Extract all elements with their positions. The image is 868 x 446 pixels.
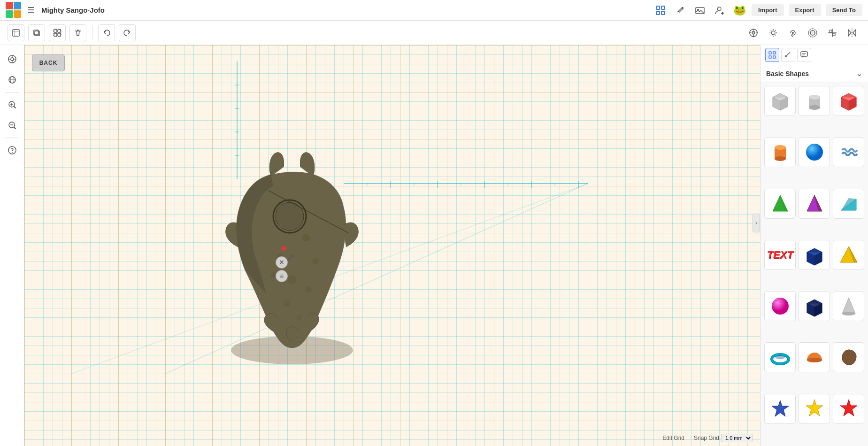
pink-sphere-icon	[769, 295, 791, 317]
shape-yellow-pyramid[interactable]	[833, 240, 864, 270]
light-view-btn[interactable]	[765, 24, 782, 41]
shape-teal-wedge[interactable]	[833, 189, 864, 219]
back-button[interactable]: BACK	[32, 54, 65, 71]
tools-icon-btn[interactable]	[673, 3, 688, 18]
canvas-area[interactable]: BACK	[24, 45, 760, 446]
text-red-label: TEXT	[767, 249, 793, 261]
edit-grid-status[interactable]: Edit Grid	[662, 435, 684, 441]
svg-point-76	[809, 105, 820, 110]
undo-icon	[102, 29, 111, 37]
gallery-icon-btn[interactable]	[692, 3, 707, 18]
panel-icons-group	[765, 48, 811, 62]
svg-rect-18	[752, 31, 755, 34]
context-menu: × ≡	[276, 256, 288, 282]
gallery-icon	[695, 6, 705, 15]
delete-button[interactable]	[69, 24, 86, 41]
zoom-in-icon	[8, 100, 17, 109]
shape-grey-cylinder[interactable]	[799, 86, 830, 116]
user-add-icon	[714, 5, 725, 15]
home-button[interactable]	[4, 51, 21, 68]
panel-measure-btn[interactable]	[781, 48, 795, 62]
svg-point-106	[776, 355, 785, 359]
teal-wedge-icon	[837, 192, 860, 215]
svg-rect-12	[58, 30, 61, 32]
shape-red-box[interactable]	[833, 86, 864, 116]
right-panel: Basic Shapes ⌄	[760, 45, 868, 446]
logo-cell-yellow	[14, 10, 21, 18]
align-icon	[827, 28, 837, 38]
svg-rect-14	[58, 33, 61, 36]
new-button[interactable]	[8, 24, 24, 41]
camera-view-btn[interactable]	[804, 24, 821, 41]
panel-dropdown-button[interactable]: ⌄	[856, 69, 862, 78]
undo-button[interactable]	[98, 24, 115, 41]
help-icon	[8, 146, 17, 155]
shape-grey-cone[interactable]	[833, 291, 864, 321]
shape-torus[interactable]	[764, 342, 796, 372]
3d-model[interactable]	[198, 130, 395, 364]
shape-text-red[interactable]: TEXT	[764, 240, 796, 270]
target-view-btn[interactable]	[745, 24, 762, 41]
svg-point-62	[305, 286, 312, 292]
redo-button[interactable]	[119, 24, 136, 41]
context-menu-button[interactable]: ≡	[276, 270, 288, 282]
torus-icon	[769, 346, 791, 369]
camera-icon	[807, 28, 818, 38]
svg-point-97	[772, 298, 789, 315]
right-panel-top	[760, 45, 868, 65]
bottom-status: Edit Grid Snap Grid 1.0 mm 0.5 mm 2.0 mm	[662, 434, 753, 442]
home-icon	[8, 54, 17, 64]
frog-icon-btn[interactable]: 🐸	[732, 3, 747, 18]
svg-marker-110	[840, 400, 857, 416]
help-button[interactable]	[4, 142, 21, 159]
svg-marker-25	[848, 30, 851, 36]
shape-red-star[interactable]	[833, 394, 864, 424]
app-title: Mighty Sango-Jofo	[41, 6, 105, 14]
navy-box-icon	[803, 295, 826, 317]
svg-point-103	[842, 312, 855, 315]
shape-blue-sphere[interactable]	[799, 137, 830, 167]
svg-point-107	[807, 358, 822, 362]
svg-rect-11	[54, 30, 57, 32]
shape-coil[interactable]	[833, 137, 864, 167]
shape-grey-box[interactable]	[764, 86, 796, 116]
grid-view-icon-btn[interactable]	[653, 3, 668, 18]
shape-yellow-star[interactable]	[799, 394, 830, 424]
orbit-button[interactable]	[4, 71, 21, 88]
green-pyramid-icon	[769, 192, 791, 215]
svg-rect-2	[656, 11, 660, 15]
svg-rect-15	[54, 29, 61, 37]
shape-blob[interactable]	[833, 342, 864, 372]
panel-collapse-button[interactable]: ›	[753, 214, 760, 232]
shape-navy-box[interactable]	[799, 291, 830, 321]
rotate-view-btn[interactable]	[784, 24, 801, 41]
import-button[interactable]: Import	[752, 4, 784, 16]
group-button[interactable]	[49, 24, 66, 41]
hamburger-icon[interactable]: ☰	[27, 5, 35, 15]
shape-green-pyramid[interactable]	[764, 189, 796, 219]
zoom-in-button[interactable]	[4, 96, 21, 113]
sendto-button[interactable]: Send To	[826, 4, 862, 16]
mirror-view-btn[interactable]	[844, 24, 860, 41]
user-add-icon-btn[interactable]	[712, 3, 727, 18]
shape-pink-sphere[interactable]	[764, 291, 796, 321]
shape-purple-pyramid[interactable]	[799, 189, 830, 219]
shape-blue-box[interactable]	[799, 240, 830, 270]
shape-half-sphere[interactable]	[799, 342, 830, 372]
half-sphere-icon	[803, 346, 826, 369]
align-view-btn[interactable]	[824, 24, 841, 41]
export-button[interactable]: Export	[789, 4, 821, 16]
snap-grid-status[interactable]: Snap Grid 1.0 mm 0.5 mm 2.0 mm	[694, 434, 753, 442]
panel-grid-btn[interactable]	[765, 48, 779, 62]
copy-button[interactable]	[28, 24, 45, 41]
redo-icon	[123, 29, 131, 37]
snap-grid-select[interactable]: 1.0 mm 0.5 mm 2.0 mm	[721, 434, 753, 442]
shape-blue-star[interactable]	[764, 394, 796, 424]
blue-star-icon	[769, 398, 791, 420]
shape-orange-cylinder[interactable]	[764, 137, 796, 167]
grey-cylinder-icon	[803, 90, 826, 112]
purple-pyramid-icon	[803, 192, 826, 215]
panel-chat-btn[interactable]	[797, 48, 811, 62]
context-close-button[interactable]: ×	[276, 256, 288, 269]
zoom-out-button[interactable]	[4, 117, 21, 134]
